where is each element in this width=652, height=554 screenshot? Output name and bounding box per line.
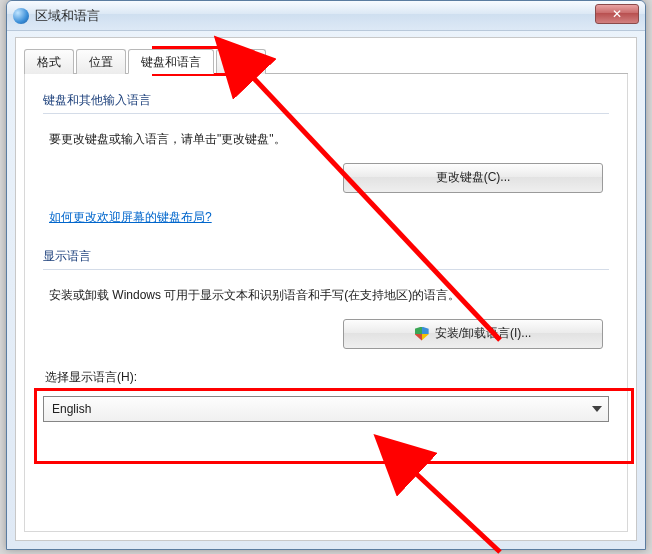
chevron-down-icon: [592, 406, 602, 412]
keyboard-desc: 要更改键盘或输入语言，请单击"更改键盘"。: [49, 128, 609, 151]
tab-keyboard-and-languages[interactable]: 键盘和语言: [128, 49, 214, 74]
install-uninstall-languages-button[interactable]: 安装/卸载语言(I)...: [343, 319, 603, 349]
window-title: 区域和语言: [35, 7, 100, 25]
divider: [43, 269, 609, 270]
keyboard-layout-help-link[interactable]: 如何更改欢迎屏幕的键盘布局?: [49, 210, 212, 224]
display-language-desc: 安装或卸载 Windows 可用于显示文本和识别语音和手写(在支持地区)的语言。: [49, 284, 609, 307]
titlebar[interactable]: 区域和语言 ✕: [7, 1, 645, 31]
tab-admin[interactable]: 管理: [216, 49, 266, 74]
keyboard-group-title: 键盘和其他输入语言: [43, 92, 609, 109]
display-language-select[interactable]: English: [43, 396, 609, 422]
tab-format[interactable]: 格式: [24, 49, 74, 74]
close-button[interactable]: ✕: [595, 4, 639, 24]
shield-icon: [415, 327, 429, 341]
divider: [43, 113, 609, 114]
globe-icon: [13, 8, 29, 24]
keyboard-group: 键盘和其他输入语言 要更改键盘或输入语言，请单击"更改键盘"。 更改键盘(C).…: [43, 92, 609, 226]
display-language-selected: English: [52, 402, 91, 416]
change-keyboard-button[interactable]: 更改键盘(C)...: [343, 163, 603, 193]
tab-location[interactable]: 位置: [76, 49, 126, 74]
display-language-group: 显示语言 安装或卸载 Windows 可用于显示文本和识别语音和手写(在支持地区…: [43, 248, 609, 422]
display-language-title: 显示语言: [43, 248, 609, 265]
dialog-window: 区域和语言 ✕ 格式 位置 键盘和语言 管理 键盘和其他输入语言 要更改键盘或输…: [6, 0, 646, 550]
client-area: 格式 位置 键盘和语言 管理 键盘和其他输入语言 要更改键盘或输入语言，请单击"…: [15, 37, 637, 541]
tab-panel: 键盘和其他输入语言 要更改键盘或输入语言，请单击"更改键盘"。 更改键盘(C).…: [24, 74, 628, 532]
select-display-language-label: 选择显示语言(H):: [45, 369, 609, 386]
close-icon: ✕: [612, 7, 622, 21]
tab-strip: 格式 位置 键盘和语言 管理: [24, 48, 628, 74]
